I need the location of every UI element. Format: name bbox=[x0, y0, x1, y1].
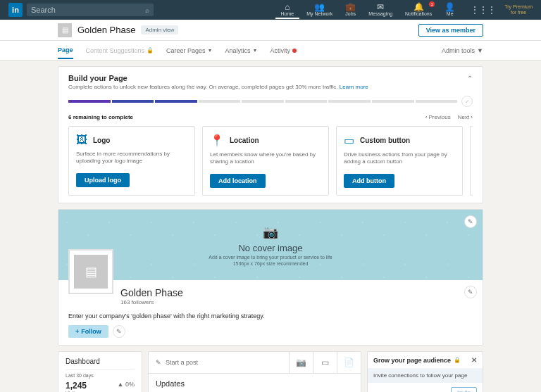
search-icon: ⌕ bbox=[145, 6, 149, 14]
nav-items: ⌂Home 👥My Network 💼Jobs ✉Messaging 🔔1Not… bbox=[275, 1, 461, 19]
notification-badge: 1 bbox=[429, 1, 435, 7]
profile-card: ✎ 📷 No cover image Add a cover image to … bbox=[58, 209, 483, 346]
invite-button[interactable]: Invite bbox=[451, 387, 477, 392]
build-subtitle: Complete actions to unlock new features … bbox=[68, 84, 473, 90]
video-icon[interactable]: ▭ bbox=[313, 352, 337, 373]
follow-button[interactable]: +Follow bbox=[68, 325, 108, 338]
top-navigation: in Search ⌕ ⌂Home 👥My Network 💼Jobs ✉Mes… bbox=[0, 0, 541, 20]
search-placeholder: Search bbox=[31, 6, 56, 14]
company-tagline: Enter your company's 'golden phase' with… bbox=[68, 312, 473, 320]
company-logo-placeholder: ▤ bbox=[58, 23, 72, 37]
tab-content-suggestions[interactable]: Content Suggestions🔒 bbox=[86, 47, 154, 54]
nav-notifications[interactable]: 🔔1Notifications bbox=[399, 1, 437, 19]
follower-count: 163 followers bbox=[120, 299, 473, 305]
chevron-down-icon: ▼ bbox=[208, 48, 213, 53]
dashboard-title: Dashboard bbox=[66, 358, 135, 365]
tab-activity[interactable]: Activity bbox=[270, 47, 297, 54]
linkedin-logo[interactable]: in bbox=[8, 3, 23, 17]
edit-tagline-button[interactable]: ✎ bbox=[113, 325, 125, 338]
location-icon: 📍 bbox=[210, 134, 224, 147]
edit-icon: ✎ bbox=[156, 359, 161, 366]
grow-subtitle: Invite connections to follow your page bbox=[368, 368, 483, 383]
nav-messaging[interactable]: ✉Messaging bbox=[363, 1, 398, 19]
collapse-icon[interactable]: ⌃ bbox=[467, 75, 473, 82]
try-premium-link[interactable]: Try Premiumfor free bbox=[502, 4, 535, 15]
page-title: Golden Phase bbox=[77, 25, 135, 35]
task-card-logo: 🖼Logo Surface in more recommendations by… bbox=[68, 126, 195, 196]
building-icon: ▤ bbox=[74, 255, 108, 289]
edit-cover-button[interactable]: ✎ bbox=[464, 215, 477, 228]
lock-icon: 🔒 bbox=[147, 47, 154, 53]
nav-network[interactable]: 👥My Network bbox=[301, 1, 338, 19]
nav-jobs[interactable]: 💼Jobs bbox=[340, 1, 361, 19]
learn-more-link[interactable]: Learn more bbox=[340, 84, 368, 90]
company-name: Golden Phase bbox=[120, 287, 473, 298]
avatar-icon: 👤 bbox=[444, 3, 455, 11]
bell-icon: 🔔 bbox=[413, 3, 424, 11]
visitors-pct: ▲ 0% bbox=[118, 381, 135, 392]
task-card-location: 📍Location Let members know where you're … bbox=[202, 126, 329, 196]
company-logo[interactable]: ▤ bbox=[68, 249, 113, 294]
photo-icon[interactable]: 📷 bbox=[289, 352, 313, 373]
network-icon: 👥 bbox=[314, 3, 325, 11]
add-location-button[interactable]: Add location bbox=[210, 174, 266, 188]
activity-dot bbox=[292, 49, 297, 53]
tab-analytics[interactable]: Analytics▼ bbox=[225, 47, 258, 54]
lock-icon: 🔒 bbox=[454, 357, 461, 363]
updates-title: Updates bbox=[149, 374, 361, 392]
plus-icon: + bbox=[75, 328, 79, 335]
nav-me[interactable]: 👤Me bbox=[439, 1, 461, 19]
start-post-input[interactable]: ✎Start a post bbox=[149, 353, 289, 372]
tab-page[interactable]: Page bbox=[58, 46, 73, 59]
start-post-card: ✎Start a post 📷 ▭ 📄 Updates bbox=[148, 351, 361, 392]
cover-image-area: ✎ 📷 No cover image Add a cover image to … bbox=[58, 210, 483, 280]
document-icon[interactable]: 📄 bbox=[337, 352, 361, 373]
cover-title: No cover image bbox=[238, 243, 302, 253]
close-icon[interactable]: ✕ bbox=[471, 356, 477, 364]
next-link[interactable]: Next › bbox=[458, 114, 473, 120]
task-card-custom-button: ▭Custom button Drive business actions fr… bbox=[336, 126, 463, 196]
dashboard-card: Dashboard Last 30 days 1,245 Visitors ▲ … bbox=[58, 351, 142, 392]
admin-view-badge: Admin view bbox=[141, 25, 178, 34]
build-your-page-card: Build your Page ⌃ Complete actions to un… bbox=[58, 66, 483, 203]
progress-check-icon: ✓ bbox=[461, 96, 473, 107]
home-icon: ⌂ bbox=[285, 3, 290, 11]
tab-career-pages[interactable]: Career Pages▼ bbox=[166, 47, 212, 54]
apps-icon[interactable]: ⋮⋮⋮ bbox=[465, 5, 502, 15]
upload-logo-button[interactable]: Upload logo bbox=[76, 173, 130, 187]
dashboard-period: Last 30 days bbox=[66, 369, 135, 378]
search-input[interactable]: Search ⌕ bbox=[27, 4, 154, 16]
camera-icon: 📷 bbox=[263, 225, 278, 240]
admin-tools-dropdown[interactable]: Admin tools▼ bbox=[442, 47, 483, 54]
build-progress: ✓ bbox=[68, 96, 473, 107]
visitors-count: 1,245 bbox=[66, 381, 87, 391]
admin-tabs: Page Content Suggestions🔒 Career Pages▼ … bbox=[0, 41, 541, 61]
chevron-down-icon: ▼ bbox=[253, 48, 258, 53]
nav-home[interactable]: ⌂Home bbox=[275, 1, 300, 19]
jobs-icon: 💼 bbox=[345, 3, 356, 11]
add-button-button[interactable]: Add button bbox=[344, 174, 394, 188]
chevron-down-icon: ▼ bbox=[477, 47, 483, 54]
image-icon: 🖼 bbox=[76, 134, 87, 146]
remaining-count: 6 remaining to complete bbox=[68, 114, 133, 120]
messaging-icon: ✉ bbox=[377, 3, 384, 11]
view-as-member-button[interactable]: View as member bbox=[418, 24, 483, 37]
page-header: ▤ Golden Phase Admin view View as member bbox=[0, 20, 541, 41]
previous-link[interactable]: ‹ Previous bbox=[425, 114, 451, 120]
grow-audience-card: Grow your page audience🔒✕ Invite connect… bbox=[367, 351, 483, 392]
build-title: Build your Page bbox=[68, 74, 128, 82]
task-card-next: 📄 bbox=[470, 126, 473, 196]
button-icon: ▭ bbox=[344, 134, 354, 147]
edit-profile-button[interactable]: ✎ bbox=[464, 286, 477, 298]
